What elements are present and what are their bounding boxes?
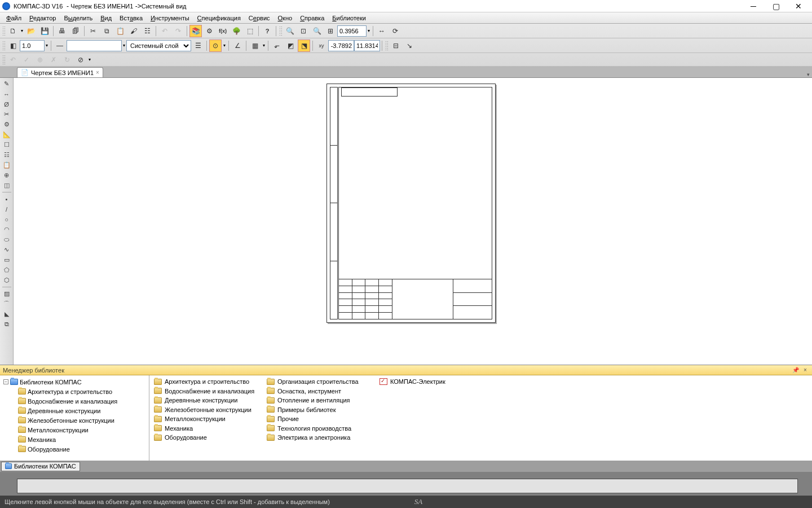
list-item[interactable]: Деревянные конструкции: [154, 396, 267, 405]
zoom-fit-button[interactable]: ⊞: [324, 25, 337, 37]
lt-offset-icon[interactable]: ⧉: [1, 319, 12, 329]
tab-overflow-icon[interactable]: ▾: [807, 72, 810, 77]
tb3-dropdown-icon[interactable]: ▾: [87, 57, 92, 62]
lt-spec-icon[interactable]: ☷: [1, 150, 12, 160]
copy-button[interactable]: ⧉: [100, 25, 113, 37]
tree-node[interactable]: Железобетонные конструкции: [1, 415, 148, 425]
lt-rect-icon[interactable]: ▭: [1, 255, 12, 265]
scale-input[interactable]: [20, 40, 45, 51]
lt-circle-icon[interactable]: ○: [1, 214, 12, 224]
menu-libraries[interactable]: Библиотеки: [328, 14, 370, 23]
list-item[interactable]: Механика: [154, 424, 267, 433]
lt-report-icon[interactable]: 📋: [1, 160, 12, 170]
zoom-prev-button[interactable]: 🔍: [311, 25, 323, 37]
toolbar-grip-5[interactable]: [2, 55, 5, 65]
list-item[interactable]: Оснастка, инструмент: [267, 387, 379, 396]
lt-measure-icon[interactable]: 📐: [1, 130, 12, 139]
line-style-button[interactable]: —: [54, 40, 66, 52]
lt-insert-icon[interactable]: ⊕: [1, 170, 12, 180]
report-button[interactable]: ⬚: [244, 25, 256, 37]
help-button[interactable]: ?: [261, 25, 273, 37]
lt-dimensions-icon[interactable]: ↔: [1, 89, 12, 99]
tree-node[interactable]: Архитектура и строительство: [1, 387, 148, 396]
list-item-special[interactable]: КОМПАС-Электрик: [379, 377, 492, 387]
document-tab[interactable]: 📄 Чертеж БЕЗ ИМЕНИ1 ×: [17, 67, 103, 77]
toolbar-grip-4[interactable]: [385, 41, 388, 51]
scale-dropdown-icon[interactable]: ▾: [45, 43, 49, 48]
menu-spec[interactable]: Спецификация: [193, 14, 245, 23]
list-item[interactable]: Примеры библиотек: [267, 405, 379, 415]
toolbar-grip-3[interactable]: [2, 41, 5, 51]
grid-button[interactable]: ▦: [249, 40, 261, 52]
zoom-window-button[interactable]: ⊡: [297, 25, 310, 37]
tree-node[interactable]: Водоснабжение и канализация: [1, 396, 148, 406]
library-tab[interactable]: Библиотеки КОМПАС: [1, 462, 80, 471]
lt-hatch-icon[interactable]: ▨: [1, 289, 12, 299]
grid-dropdown-icon[interactable]: ▾: [262, 43, 266, 48]
lt-select-icon[interactable]: ☐: [1, 140, 12, 150]
tree-node[interactable]: Механика: [1, 435, 148, 444]
tb3-btn-1[interactable]: ↶: [7, 54, 19, 66]
variables-button[interactable]: ⚙: [203, 25, 215, 37]
menu-service[interactable]: Сервис: [245, 14, 274, 23]
toolbar-grip[interactable]: [2, 26, 5, 36]
list-item[interactable]: Прочие: [267, 414, 379, 424]
lt-symbols-icon[interactable]: Ø: [1, 99, 12, 109]
command-input[interactable]: [17, 479, 798, 493]
lt-point-icon[interactable]: •: [1, 194, 12, 204]
undo-button[interactable]: ↶: [158, 25, 171, 37]
toolbar-grip-2[interactable]: [279, 26, 282, 36]
coord-x-input[interactable]: [328, 40, 354, 51]
expander-icon[interactable]: −: [3, 379, 8, 384]
new-dropdown-icon[interactable]: ▾: [20, 28, 24, 33]
zoom-dropdown-icon[interactable]: ▾: [367, 28, 371, 33]
list-item[interactable]: Архитектура и строительство: [154, 377, 267, 387]
cut-button[interactable]: ✂: [87, 25, 99, 37]
minimize-button[interactable]: ─: [742, 0, 765, 12]
lt-ellipse-icon[interactable]: ⬭: [1, 235, 12, 244]
list-item[interactable]: Водоснабжение и канализация: [154, 387, 267, 396]
coord-mode-button[interactable]: xy: [315, 40, 328, 52]
tree-root-node[interactable]: − Библиотеки КОМПАС: [1, 377, 148, 387]
paste-button[interactable]: 📋: [114, 25, 126, 37]
list-item[interactable]: Оборудование: [154, 433, 267, 443]
list-item[interactable]: Электрика и электроника: [267, 433, 379, 443]
move-view-button[interactable]: ↔: [376, 25, 388, 37]
tree-button[interactable]: 🌳: [230, 25, 242, 37]
snap-button[interactable]: ⊙: [209, 40, 222, 52]
menu-window[interactable]: Окно: [274, 14, 297, 23]
misc-button-2[interactable]: ↘: [403, 40, 416, 52]
save-button[interactable]: 💾: [38, 25, 51, 37]
state-button[interactable]: ◧: [7, 40, 19, 52]
angle-button[interactable]: ∠: [231, 40, 244, 52]
menu-tools[interactable]: Инструменты: [147, 14, 193, 23]
tb3-btn-5[interactable]: ↻: [61, 54, 73, 66]
close-button[interactable]: ✕: [787, 0, 810, 12]
ortho-button[interactable]: ⬐: [271, 40, 283, 52]
menu-insert[interactable]: Вставка: [116, 14, 147, 23]
library-tree[interactable]: − Библиотеки КОМПАС Архитектура и строит…: [0, 375, 149, 461]
menu-select[interactable]: Выделить: [60, 14, 96, 23]
tb3-btn-6[interactable]: ⊘: [74, 54, 87, 66]
fx-button[interactable]: f(x): [217, 25, 229, 37]
menu-view[interactable]: Вид: [96, 14, 116, 23]
misc-button-1[interactable]: ⊟: [390, 40, 402, 52]
tree-node[interactable]: Оборудование: [1, 444, 148, 454]
refresh-button[interactable]: ⟳: [389, 25, 401, 37]
zoom-in-button[interactable]: 🔍: [284, 25, 296, 37]
tb3-btn-4[interactable]: ✗: [47, 54, 60, 66]
maximize-button[interactable]: ▢: [765, 0, 787, 12]
tab-close-icon[interactable]: ×: [96, 69, 99, 76]
layers-button[interactable]: ☰: [192, 40, 204, 52]
panel-close-icon[interactable]: ×: [801, 366, 809, 374]
menu-file[interactable]: Файл: [2, 14, 25, 23]
lt-geometry-icon[interactable]: ✎: [1, 79, 12, 89]
library-list[interactable]: Архитектура и строительство Водоснабжени…: [149, 375, 812, 461]
menu-help[interactable]: Справка: [296, 14, 328, 23]
tb3-btn-3[interactable]: ⊕: [34, 54, 46, 66]
layer-select[interactable]: Системный слой (0): [126, 40, 191, 51]
library-manager-button[interactable]: 📚: [189, 25, 202, 37]
lt-line-icon[interactable]: /: [1, 204, 12, 214]
lt-views-icon[interactable]: ◫: [1, 181, 12, 190]
list-item[interactable]: Отопление и вентиляция: [267, 396, 379, 405]
